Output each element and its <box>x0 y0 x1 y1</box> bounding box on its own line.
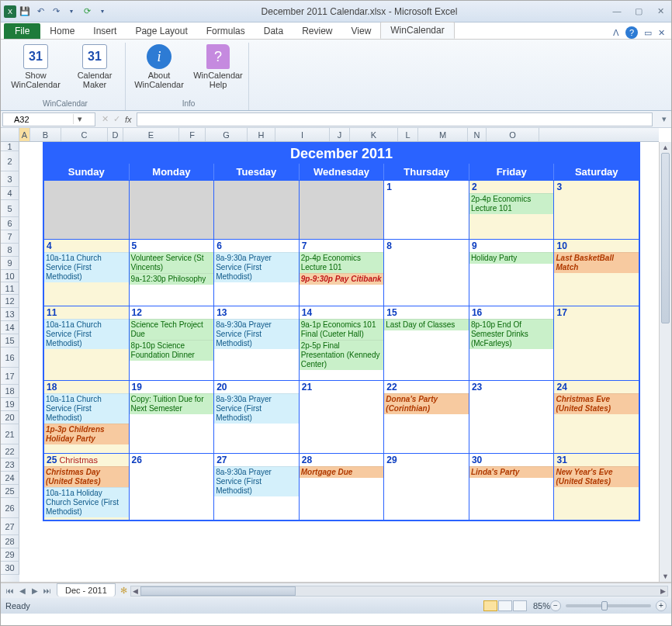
calendar-cell[interactable] <box>44 181 130 239</box>
zoom-knob[interactable] <box>601 601 608 610</box>
row-header[interactable]: 23 <box>1 458 19 472</box>
calendar-event[interactable]: 9a-1p Economics 101 Final (Cueter Hall) <box>300 319 384 340</box>
calendar-event[interactable]: 8a-9:30a Prayer Service (First Methodist… <box>214 319 299 349</box>
calendar-cell[interactable]: 138a-9:30a Prayer Service (First Methodi… <box>214 306 300 380</box>
calendar-event[interactable]: Copy: Tuition Due for Next Semester <box>130 393 214 414</box>
calendar-event[interactable]: 9a-12:30p Philosophy <box>130 273 214 285</box>
calendar-cell[interactable]: 278a-9:30a Prayer Service (First Methodi… <box>214 454 300 520</box>
row-header[interactable]: 17 <box>1 368 19 385</box>
minimize-icon[interactable]: — <box>609 6 625 16</box>
calendar-cell[interactable]: 410a-11a Church Service (First Methodist… <box>44 240 130 306</box>
prev-sheet-icon[interactable]: ◀ <box>16 585 29 597</box>
name-box-input[interactable] <box>3 115 73 124</box>
calendar-event[interactable]: 1p-3p Childrens Holiday Party <box>44 424 129 444</box>
column-header[interactable]: C <box>61 128 108 141</box>
scroll-right-icon[interactable]: ▶ <box>658 586 667 596</box>
column-header[interactable]: G <box>206 128 248 141</box>
row-header[interactable]: 4 <box>1 187 19 200</box>
row-header[interactable]: 28 <box>1 535 19 548</box>
calendar-event[interactable]: Christmas Day (United States) <box>44 466 129 487</box>
calendar-cell[interactable]: 208a-9:30a Prayer Service (First Methodi… <box>214 381 300 453</box>
calendar-cell[interactable]: 1810a-11a Church Service (First Methodis… <box>44 381 130 453</box>
calendar-cell[interactable]: 168p-10p End Of Semester Drinks (McFarle… <box>469 306 555 380</box>
about-wincalendar-button[interactable]: i About WinCalendar <box>135 43 183 89</box>
column-header[interactable]: M <box>418 128 468 141</box>
column-header[interactable]: E <box>123 128 179 141</box>
calendar-event[interactable]: Holiday Party <box>469 252 554 264</box>
hscroll-thumb[interactable] <box>140 586 296 596</box>
row-header[interactable]: 10 <box>1 270 19 282</box>
row-header[interactable]: 11 <box>1 282 19 295</box>
close-icon[interactable]: ✕ <box>653 6 668 16</box>
row-header[interactable]: 20 <box>1 411 19 424</box>
row-header[interactable]: 9 <box>1 257 19 270</box>
vscroll-thumb[interactable] <box>661 153 670 323</box>
column-header[interactable]: F <box>179 128 206 141</box>
insert-sheet-icon[interactable]: ✻ <box>120 586 127 596</box>
calendar-cell[interactable]: 72p-4p Economics Lecture 1019p-9:30p Pay… <box>300 240 385 306</box>
expand-formula-bar-icon[interactable]: ▾ <box>657 114 671 124</box>
cancel-formula-icon[interactable]: ✕ <box>102 114 109 124</box>
vertical-scrollbar[interactable]: ▲ ▼ <box>659 142 671 582</box>
qat-dropdown-icon[interactable]: ▾ <box>64 5 78 19</box>
column-header[interactable]: O <box>487 128 539 141</box>
calendar-cell[interactable]: 28Mortgage Due <box>300 454 385 520</box>
tab-formulas[interactable]: Formulas <box>197 23 255 39</box>
calendar-event[interactable]: Last BasketBall Match <box>554 252 639 273</box>
row-header[interactable]: 18 <box>1 385 19 398</box>
formula-input[interactable] <box>137 112 653 126</box>
refresh-icon[interactable]: ⟳ <box>80 5 94 19</box>
calendar-cell[interactable]: 10Last BasketBall Match <box>554 240 639 306</box>
calendar-event[interactable]: 8p-10p End Of Semester Drinks (McFarleys… <box>469 319 554 349</box>
row-header[interactable]: 22 <box>1 444 19 458</box>
row-header[interactable]: 25 <box>1 485 19 498</box>
calendar-cell[interactable]: 1 <box>384 181 469 239</box>
tab-data[interactable]: Data <box>255 23 293 39</box>
tab-home[interactable]: Home <box>40 23 84 39</box>
calendar-event[interactable]: New Year's Eve (United States) <box>554 466 639 487</box>
page-layout-view-icon[interactable] <box>498 600 512 611</box>
calendar-cell[interactable]: 19Copy: Tuition Due for Next Semester <box>130 381 215 453</box>
calendar-event[interactable]: 2p-5p Final Presentation (Kennedy Center… <box>300 340 384 370</box>
calendar-cell[interactable]: 29 <box>384 454 469 520</box>
row-header[interactable]: 12 <box>1 295 19 308</box>
column-header[interactable]: D <box>108 128 123 141</box>
calendar-event[interactable]: 2p-4p Economics Lecture 101 <box>300 252 384 273</box>
calendar-event[interactable]: Donna's Party (Corinthian) <box>384 393 469 414</box>
worksheet-grid[interactable]: ABCDEFGHIJKLMNO 123456789101112131415161… <box>1 128 671 583</box>
calendar-cell[interactable]: 23 <box>469 381 555 453</box>
calendar-cell[interactable]: 24Christmas Eve (United States) <box>554 381 639 453</box>
calendar-cell[interactable] <box>214 181 300 239</box>
tab-wincalendar[interactable]: WinCalendar <box>380 22 454 39</box>
row-header[interactable]: 29 <box>1 548 19 562</box>
calendar-cell[interactable]: 5Volunteer Service (St Vincents)9a-12:30… <box>130 240 215 306</box>
calendar-cell[interactable]: 30Linda's Party <box>469 454 555 520</box>
row-header[interactable]: 14 <box>1 321 19 334</box>
row-header[interactable]: 7 <box>1 230 19 244</box>
row-header[interactable]: 26 <box>1 498 19 518</box>
calendar-cell[interactable]: 8 <box>384 240 469 306</box>
tab-view[interactable]: View <box>342 23 381 39</box>
calendar-cell[interactable]: 3 <box>554 181 639 239</box>
zoom-value[interactable]: 85% <box>533 601 550 610</box>
scroll-down-icon[interactable]: ▼ <box>660 571 671 582</box>
column-header[interactable]: A <box>19 128 30 141</box>
enter-formula-icon[interactable]: ✓ <box>113 114 120 124</box>
calendar-event[interactable]: 8a-9:30a Prayer Service (First Methodist… <box>214 466 299 496</box>
row-header[interactable]: 30 <box>1 562 19 575</box>
tab-review[interactable]: Review <box>293 23 341 39</box>
column-header[interactable]: K <box>350 128 398 141</box>
calendar-cell[interactable]: 22Donna's Party (Corinthian) <box>384 381 469 453</box>
calendar-cell[interactable]: 12Science Tech Project Due8p-10p Science… <box>130 306 215 380</box>
row-header[interactable]: 2 <box>1 151 19 171</box>
calendar-cell[interactable] <box>130 181 215 239</box>
tab-page-layout[interactable]: Page Layout <box>126 23 196 39</box>
calendar-event[interactable]: Science Tech Project Due <box>130 319 214 340</box>
calendar-cell[interactable]: 31New Year's Eve (United States) <box>554 454 639 520</box>
calendar-event[interactable]: Linda's Party <box>469 466 554 478</box>
column-header[interactable]: B <box>30 128 61 141</box>
select-all-corner[interactable] <box>1 128 19 141</box>
minimize-ribbon-icon[interactable]: ᐱ <box>613 28 619 38</box>
sheet-tab[interactable]: Dec - 2011 <box>57 583 116 597</box>
calendar-event[interactable]: 8a-9:30a Prayer Service (First Methodist… <box>214 393 299 424</box>
